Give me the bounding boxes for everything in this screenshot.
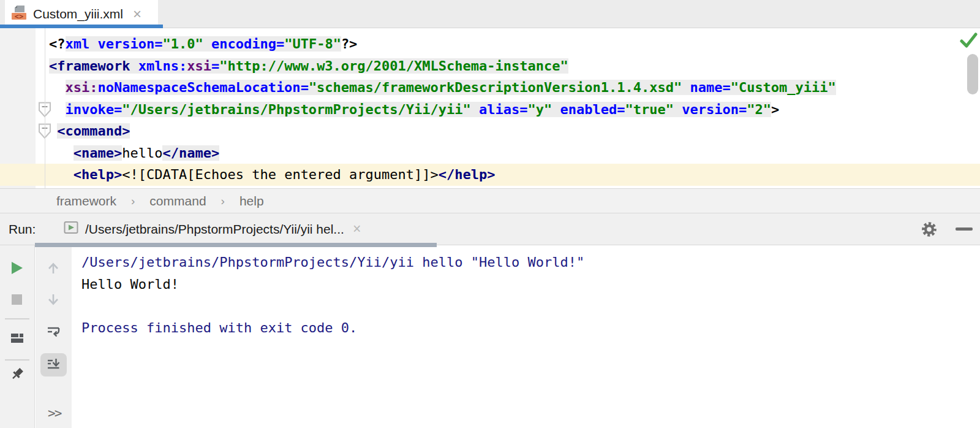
editor-scrollbar-thumb[interactable] bbox=[967, 54, 978, 94]
scroll-to-end-button[interactable] bbox=[46, 357, 62, 373]
breadcrumb-item-framework[interactable]: framework bbox=[56, 194, 116, 208]
code-line: <?xml version="1.0" encoding="UTF-8"?> bbox=[0, 33, 980, 55]
console-line: Hello World! bbox=[81, 273, 980, 296]
run-console: >> /Users/jetbrains/PhpstormProjects/Yii… bbox=[0, 245, 980, 428]
code-line: <framework xmlns:xsi="http://www.w3.org/… bbox=[0, 55, 980, 77]
breadcrumb-item-command[interactable]: command bbox=[149, 194, 206, 208]
stop-button[interactable] bbox=[10, 292, 26, 308]
phpstorm-window: <> Custom_yiii.xml × <?xml version="1.0"… bbox=[0, 0, 980, 428]
run-toolwindow-header: Run: /Users/jetbrains/PhpstormProjects/Y… bbox=[0, 213, 980, 245]
run-tab-label: /Users/jetbrains/PhpstormProjects/Yii/yi… bbox=[85, 222, 344, 237]
run-toolwindow-title: Run: bbox=[9, 213, 36, 245]
inspections-ok-icon[interactable] bbox=[959, 31, 978, 52]
svg-text:<>: <> bbox=[15, 12, 23, 20]
run-toolbar-left bbox=[0, 245, 35, 428]
xml-file-icon: <> bbox=[11, 5, 27, 23]
more-actions-button[interactable]: >> bbox=[48, 406, 61, 421]
console-line: Process finished with exit code 0. bbox=[81, 317, 980, 339]
breadcrumb-item-help[interactable]: help bbox=[239, 194, 264, 208]
gutter-separator bbox=[45, 28, 45, 188]
code-line: <command> bbox=[0, 120, 980, 142]
soft-wrap-button[interactable] bbox=[46, 324, 62, 340]
editor-tab-bar: <> Custom_yiii.xml × bbox=[0, 0, 980, 28]
breadcrumb-separator: › bbox=[131, 194, 135, 208]
hide-toolwindow-icon[interactable] bbox=[956, 227, 973, 231]
run-tab-close-icon[interactable]: × bbox=[353, 221, 361, 237]
tab-label: Custom_yiii.xml bbox=[33, 7, 123, 21]
rerun-button[interactable] bbox=[10, 261, 26, 277]
console-line bbox=[81, 295, 980, 317]
console-output[interactable]: /Users/jetbrains/PhpstormProjects/Yii/yi… bbox=[72, 245, 980, 428]
run-tab-underline bbox=[35, 243, 437, 247]
tab-close-icon[interactable]: × bbox=[133, 7, 141, 21]
pin-tab-button[interactable] bbox=[10, 367, 26, 383]
code-line: invoke="/Users/jetbrains/PhpstormProject… bbox=[0, 99, 980, 121]
code-line: <name>hello</name> bbox=[0, 142, 980, 164]
toolbar-divider bbox=[5, 318, 29, 319]
code-area[interactable]: <?xml version="1.0" encoding="UTF-8"?><f… bbox=[0, 33, 980, 186]
editor-tab[interactable]: <> Custom_yiii.xml × bbox=[5, 0, 158, 28]
breadcrumb: framework›command›help bbox=[0, 188, 980, 213]
run-toolbar-console: >> bbox=[36, 245, 72, 428]
breadcrumb-separator: › bbox=[221, 194, 225, 208]
up-stacktrace-button[interactable] bbox=[46, 261, 62, 277]
down-stacktrace-button[interactable] bbox=[46, 292, 62, 308]
restore-layout-button[interactable] bbox=[10, 331, 26, 346]
code-line: xsi:noNamespaceSchemaLocation="schemas/f… bbox=[0, 77, 980, 99]
console-line: /Users/jetbrains/PhpstormProjects/Yii/yi… bbox=[81, 251, 980, 273]
run-configuration-tab[interactable]: /Users/jetbrains/PhpstormProjects/Yii/yi… bbox=[64, 213, 361, 245]
toolbar-divider bbox=[5, 359, 29, 361]
xml-editor[interactable]: <?xml version="1.0" encoding="UTF-8"?><f… bbox=[0, 28, 980, 188]
run-config-icon bbox=[64, 221, 79, 237]
settings-gear-icon[interactable] bbox=[921, 221, 937, 237]
code-line-current: <help><![CDATA[Echoes the entered argume… bbox=[0, 164, 980, 186]
